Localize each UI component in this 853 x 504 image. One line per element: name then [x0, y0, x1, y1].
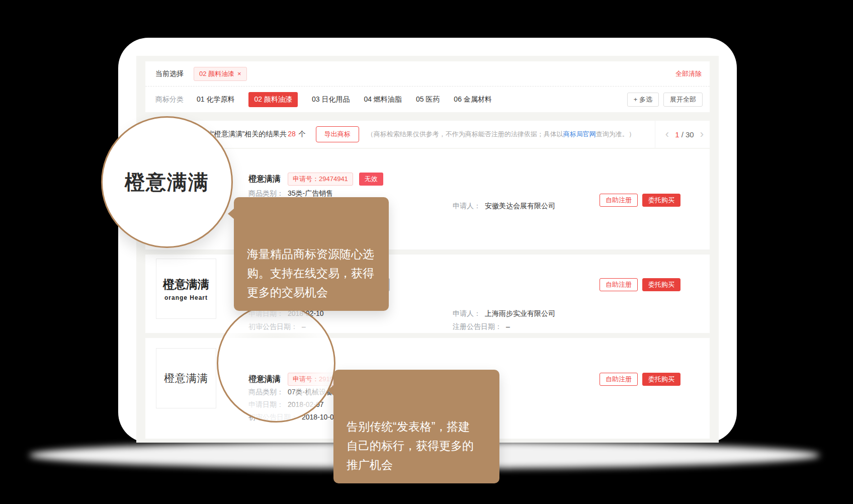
results-count: 28 [287, 130, 297, 138]
category-item-06[interactable]: 06 金属材料 [454, 95, 491, 104]
tooltip-text: 告别传统“发表格”，搭建 自己的标行，获得更多的 推广机会 [347, 420, 474, 471]
category-item-04[interactable]: 04 燃料油脂 [364, 95, 401, 104]
thumbnail-mark-text: 橙意满满 [164, 371, 208, 385]
field-label: 商品类别： [248, 189, 284, 197]
field-col2: 注册公告日期：– [453, 322, 510, 331]
results-count-unit: 个 [297, 130, 306, 138]
row-actions: 自助注册 委托购买 [600, 373, 680, 386]
trademark-thumbnail[interactable]: 橙意满满 [156, 348, 216, 408]
field-value: 35类-广告销售 [288, 189, 333, 197]
entrust-buy-button[interactable]: 委托购买 [642, 194, 680, 207]
selected-filter-tag[interactable]: 02 颜料油漆 × [194, 67, 247, 81]
status-badge: 无效 [359, 173, 383, 186]
disclaimer-post: 查询为准。） [596, 130, 635, 138]
row-actions: 自助注册 委托购买 [600, 278, 680, 291]
category-item-03[interactable]: 03 日化用品 [312, 95, 350, 104]
category-item-05[interactable]: 05 医药 [416, 95, 440, 104]
total-pages: 30 [686, 130, 694, 139]
page-next-icon[interactable]: › [700, 129, 704, 140]
clear-all-button[interactable]: 全部清除 [675, 61, 702, 87]
field-label: 申请人： [453, 309, 481, 317]
self-register-button[interactable]: 自助注册 [600, 373, 638, 386]
disclaimer-pre: （商标检索结果仅供参考，不作为商标能否注册的法律依据；具体以 [367, 130, 563, 138]
tooltip-arrow-icon [228, 208, 234, 219]
export-trademarks-button[interactable]: 导出商标 [316, 126, 359, 142]
tooltip-trade-resources: 海量精品商标资源随心选 购。支持在线交易，获得 更多的交易机会 [234, 197, 389, 311]
page-indicator: 1 / 30 [675, 130, 694, 139]
results-disclaimer: （商标检索结果仅供参考，不作为商标能否注册的法律依据；具体以商标局官网查询为准。… [367, 130, 635, 139]
entrust-buy-button[interactable]: 委托购买 [642, 373, 680, 386]
remove-tag-icon[interactable]: × [237, 70, 241, 77]
current-selection-row: 当前选择 02 颜料油漆 × 全部清除 [145, 61, 710, 87]
tooltip-text: 海量精品商标资源随心选 购。支持在线交易，获得 更多的交易机会 [247, 247, 374, 299]
category-item-02-selected[interactable]: 02 颜料油漆 [248, 92, 297, 107]
field-label: 注册公告日期： [453, 322, 502, 330]
field-value: 上海雨步实业有限公司 [485, 309, 555, 317]
pagination: ‹ 1 / 30 › [655, 121, 704, 148]
category-tools: + 多选 展开全部 [627, 87, 703, 112]
entrust-buy-button[interactable]: 委托购买 [642, 278, 680, 291]
field-label: 申请人： [453, 202, 481, 210]
trademark-title-line: 橙意满满 申请号：29474941 无效 [248, 173, 383, 186]
category-row-label: 商标分类 [155, 95, 184, 104]
thumbnail-mark-subtext: orange Heart [164, 294, 208, 301]
self-register-button[interactable]: 自助注册 [600, 194, 638, 207]
magnifier-circle-trademark: 橙意满满 [101, 116, 233, 248]
magnified-trademark-text: 橙意满满 [125, 169, 209, 196]
filter-card: 当前选择 02 颜料油漆 × 全部清除 商标分类 01 化学原料 02 颜料油漆… [145, 61, 710, 112]
field-col2: 申请人：安徽美达会展有限公司 [453, 202, 555, 211]
category-row: 商标分类 01 化学原料 02 颜料油漆 03 日化用品 04 燃料油脂 05 … [145, 87, 710, 112]
field-value: – [506, 322, 510, 330]
expand-all-button[interactable]: 展开全部 [663, 93, 703, 107]
tooltip-arrow-icon [327, 385, 334, 396]
category-item-01[interactable]: 01 化学原料 [197, 95, 234, 104]
trademark-office-link[interactable]: 商标局官网 [563, 130, 596, 138]
application-number-tag: 申请号：29474941 [288, 173, 353, 186]
selected-filter-tag-text: 02 颜料油漆 [199, 69, 234, 78]
tooltip-promotion: 告别传统“发表格”，搭建 自己的标行，获得更多的 推广机会 [333, 370, 499, 483]
result-row-2: 橙意满满 orange Heart 橙意满满 申请号：29482153 已注册 … [145, 255, 710, 333]
self-register-button[interactable]: 自助注册 [600, 278, 638, 291]
current-selection-label: 当前选择 [155, 69, 184, 78]
marketing-stage: 当前选择 02 颜料油漆 × 全部清除 商标分类 01 化学原料 02 颜料油漆… [0, 0, 853, 504]
field-value: 安徽美达会展有限公司 [485, 202, 555, 210]
page-prev-icon[interactable]: ‹ [665, 129, 669, 140]
multi-select-button[interactable]: + 多选 [627, 93, 659, 107]
row-actions: 自助注册 委托购买 [600, 194, 680, 207]
magnifier-circle-row [217, 304, 335, 423]
thumbnail-mark-text: 橙意满满 [163, 277, 209, 292]
trademark-thumbnail[interactable]: 橙意满满 orange Heart [156, 259, 216, 319]
field-value: 2018-10-06 [302, 413, 338, 421]
results-header: 当前分类下检索到“橙意满满”相关的结果共28 个 导出商标 （商标检索结果仅供参… [145, 121, 710, 148]
trademark-name: 橙意满满 [248, 174, 281, 185]
page-separator: / [679, 130, 686, 139]
field-col2: 申请人：上海雨步实业有限公司 [453, 309, 555, 318]
